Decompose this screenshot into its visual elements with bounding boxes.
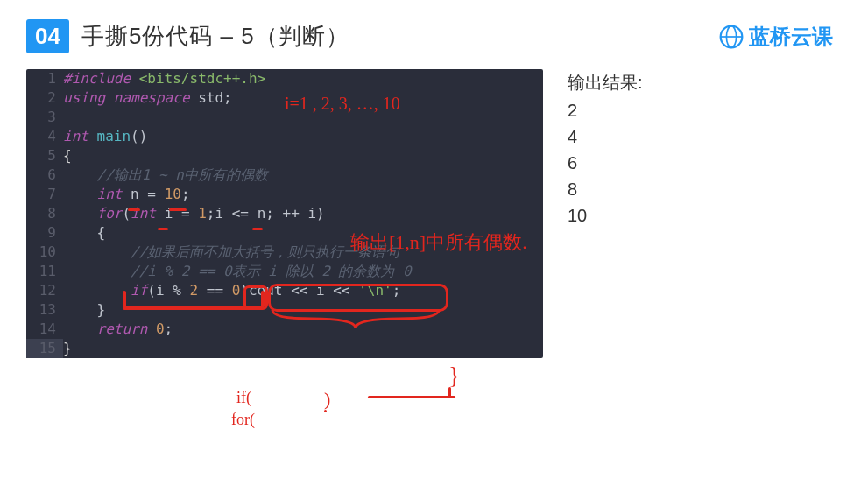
output-line: 8 [568, 176, 643, 202]
line-number: 4 [26, 127, 63, 146]
code-content: for(int i = 1;i <= n; ++ i) [63, 204, 543, 223]
code-content: { [63, 223, 543, 243]
line-number: 6 [26, 166, 63, 185]
code-line: 1#include <bits/stdc++.h> [26, 69, 543, 88]
code-line: 12 if(i % 2 == 0)cout << i << '\n'; [26, 281, 543, 300]
code-editor: 1#include <bits/stdc++.h>2using namespac… [26, 69, 543, 358]
brand-logo: 蓝桥云课 [719, 23, 833, 51]
code-line: 15} [26, 339, 543, 358]
output-line: 6 [568, 150, 643, 176]
line-number: 5 [26, 146, 63, 166]
section-badge: 04 [26, 19, 69, 53]
output-line: 2 [568, 97, 643, 123]
globe-icon [719, 25, 744, 49]
line-number: 13 [26, 300, 63, 320]
annotation-brace: } [448, 363, 460, 388]
code-content: } [63, 300, 543, 320]
code-line: 8 for(int i = 1;i <= n; ++ i) [26, 204, 543, 223]
code-content: using namespace std; [63, 88, 543, 108]
scribble-tick [448, 387, 451, 398]
code-line: 4int main() [26, 127, 543, 146]
code-line: 10 //如果后面不加大括号，则只执行一条语句 [26, 243, 543, 262]
line-number: 7 [26, 185, 63, 204]
slide-body: 1#include <bits/stdc++.h>2using namespac… [26, 69, 842, 358]
code-content: //i % 2 == 0表示 i 除以 2 的余数为 0 [63, 262, 543, 281]
code-content: } [63, 339, 543, 358]
output-line: 4 [568, 123, 643, 150]
code-line: 2using namespace std; [26, 88, 543, 108]
output-panel: 输出结果: 2 4 6 8 10 [568, 69, 643, 229]
scribble-dot [324, 410, 327, 412]
line-number: 15 [26, 339, 63, 358]
slide: 04 手撕5份代码 – 5（判断） 蓝桥云课 1#include <bits/s… [0, 0, 868, 486]
code-line: 6 //输出1 ~ n中所有的偶数 [26, 166, 543, 185]
code-line: 7 int n = 10; [26, 185, 543, 204]
code-content: return 0; [63, 320, 543, 339]
line-number: 1 [26, 69, 63, 88]
code-line: 3 [26, 108, 543, 127]
code-content: int main() [63, 127, 543, 146]
code-content: //输出1 ~ n中所有的偶数 [63, 166, 543, 185]
annotation-for: for( [231, 412, 255, 427]
line-number: 8 [26, 204, 63, 223]
line-number: 2 [26, 88, 63, 108]
code-content: { [63, 146, 543, 166]
line-number: 12 [26, 281, 63, 300]
code-content: int n = 10; [63, 185, 543, 204]
code-line: 11 //i % 2 == 0表示 i 除以 2 的余数为 0 [26, 262, 543, 281]
brand-text: 蓝桥云课 [749, 23, 833, 51]
line-number: 14 [26, 320, 63, 339]
line-number: 9 [26, 223, 63, 243]
output-title: 输出结果: [568, 69, 643, 95]
scribble-line [368, 396, 455, 398]
annotation-if: if( [236, 390, 251, 405]
code-content: #include <bits/stdc++.h> [63, 69, 543, 88]
annotation-paren: ) [324, 390, 330, 409]
code-content [63, 108, 543, 127]
code-content: if(i % 2 == 0)cout << i << '\n'; [63, 281, 543, 300]
line-number: 3 [26, 108, 63, 127]
slide-title: 手撕5份代码 – 5（判断） [81, 21, 349, 52]
code-line: 13 } [26, 300, 543, 320]
output-line: 10 [568, 202, 643, 229]
line-number: 11 [26, 262, 63, 281]
code-line: 14 return 0; [26, 320, 543, 339]
code-content: //如果后面不加大括号，则只执行一条语句 [63, 243, 543, 262]
code-line: 9 { [26, 223, 543, 243]
line-number: 10 [26, 243, 63, 262]
code-line: 5{ [26, 146, 543, 166]
